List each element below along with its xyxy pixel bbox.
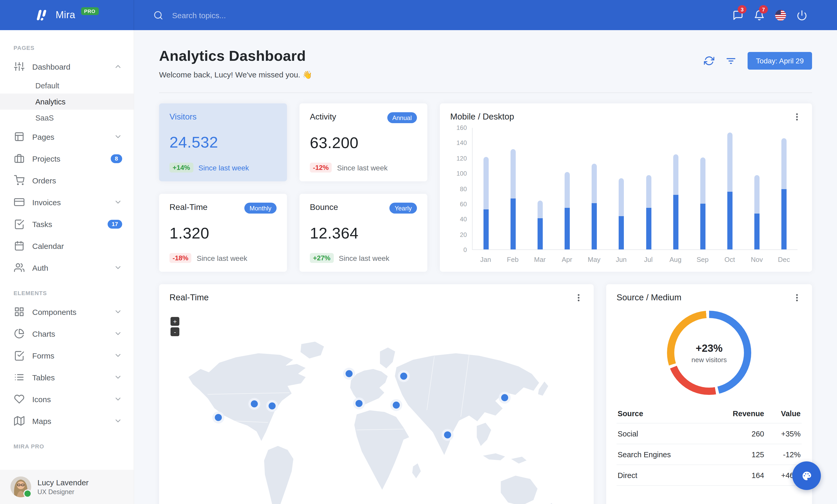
sidebar-item-tasks[interactable]: Tasks17 <box>0 213 133 235</box>
map-marker <box>215 414 222 421</box>
search-icon <box>152 9 164 21</box>
map-marker <box>356 400 362 407</box>
pro-badge: PRO <box>81 7 99 15</box>
app-root: Mira PRO 3 7 <box>0 0 837 504</box>
sliders-icon <box>14 61 24 72</box>
chart-menu-button[interactable] <box>792 112 802 121</box>
desktop-segment <box>537 201 543 218</box>
desktop-segment <box>592 164 597 203</box>
y-tick-label: 140 <box>457 139 467 147</box>
logout-button[interactable] <box>796 9 808 21</box>
sidebar-item-label: Icons <box>32 395 106 404</box>
sidebar-user-card[interactable]: Lucy Lavender UX Designer <box>0 470 133 504</box>
world-map-svg <box>170 304 583 504</box>
sidebar-item-components[interactable]: Components <box>0 301 133 323</box>
brand-name: Mira <box>56 10 75 21</box>
chevron-up-icon <box>114 62 122 71</box>
x-tick-label: May <box>581 256 607 263</box>
stacked-bar-chart: 020406080100120140160 JanFebMarAprMayJun… <box>450 127 802 263</box>
sidebar-subitem-analytics[interactable]: Analytics <box>0 94 133 110</box>
bar-nov <box>744 128 770 249</box>
donut-center-label: new visitors <box>691 356 727 363</box>
sidebar-item-auth[interactable]: Auth <box>0 257 133 279</box>
x-tick-label: Dec <box>770 256 798 263</box>
sidebar-item-tables[interactable]: Tables <box>0 366 133 388</box>
stat-delta-badge: +14% <box>170 163 193 172</box>
theme-settings-fab[interactable] <box>792 461 821 490</box>
mobile-segment <box>646 208 651 249</box>
pie-chart-icon <box>14 329 24 339</box>
sidebar-item-icons[interactable]: Icons <box>0 388 133 410</box>
sidebar: PAGESDashboardDefaultAnalyticsSaaSPagesP… <box>0 30 134 504</box>
more-vertical-icon <box>574 293 583 302</box>
sidebar-item-pages[interactable]: Pages <box>0 126 133 148</box>
us-flag-icon <box>775 10 786 20</box>
sidebar-subitem-saas[interactable]: SaaS <box>0 110 133 126</box>
map-card-title: Real-Time <box>170 293 209 302</box>
brand[interactable]: Mira PRO <box>0 0 134 30</box>
search-input[interactable] <box>171 10 329 20</box>
sidebar-count-badge: 8 <box>111 154 122 163</box>
sidebar-item-label: Forms <box>32 351 106 360</box>
map-icon <box>14 416 24 426</box>
x-tick-label: Apr <box>553 256 581 263</box>
list-icon <box>14 372 24 382</box>
refresh-button[interactable] <box>704 56 714 66</box>
x-tick-label: Sep <box>689 256 716 263</box>
zoom-out-button[interactable]: - <box>171 327 179 336</box>
mobile-segment <box>700 204 705 250</box>
sidebar-item-label: Orders <box>32 176 122 185</box>
messages-button[interactable]: 3 <box>731 9 744 21</box>
briefcase-icon <box>14 153 24 164</box>
check-square-icon <box>14 219 24 229</box>
map-marker <box>501 394 508 401</box>
notifications-button[interactable]: 7 <box>753 9 765 21</box>
source-table-body: Social260+35%Search Engines125-12%Direct… <box>617 423 802 486</box>
sidebar-item-invoices[interactable]: Invoices <box>0 191 133 213</box>
sidebar-item-label: Charts <box>32 329 106 338</box>
x-tick-label: Jun <box>608 256 635 263</box>
desktop-segment <box>781 138 787 189</box>
refresh-icon <box>704 56 714 66</box>
grid-icon <box>14 306 24 317</box>
x-tick-label: Nov <box>743 256 770 263</box>
table-row-social: Social260+35% <box>617 423 802 444</box>
date-range-button[interactable]: Today: April 29 <box>748 52 812 70</box>
desktop-segment <box>673 154 678 194</box>
sidebar-item-label: Pages <box>32 132 106 141</box>
filter-button[interactable] <box>726 56 736 66</box>
x-tick-label: Feb <box>499 256 526 263</box>
donut-center: +23% new visitors <box>674 318 744 388</box>
stat-delta-badge: -12% <box>310 163 332 172</box>
sidebar-item-forms[interactable]: Forms <box>0 344 133 366</box>
sidebar-item-calendar[interactable]: Calendar <box>0 235 133 257</box>
sidebar-subitem-default[interactable]: Default <box>0 77 133 94</box>
y-tick-label: 20 <box>460 231 467 238</box>
stat-card-visitors: Visitors24.532+14%Since last week <box>159 104 287 181</box>
filter-icon <box>726 56 736 66</box>
chart-card-title: Mobile / Desktop <box>450 112 514 122</box>
sidebar-item-label: Calendar <box>32 241 122 250</box>
mira-logo-icon <box>36 8 50 22</box>
sidebar-item-maps[interactable]: Maps <box>0 410 133 432</box>
sidebar-item-label: Components <box>32 307 106 316</box>
stat-note: Since last week <box>198 163 249 172</box>
power-icon <box>796 10 807 20</box>
user-name: Lucy Lavender <box>37 478 89 487</box>
sidebar-item-dashboard[interactable]: Dashboard <box>0 56 133 77</box>
map-marker <box>400 373 407 379</box>
table-header-revenue: Revenue <box>709 404 765 423</box>
realtime-map-card: Real-Time <box>159 284 594 504</box>
y-tick-label: 40 <box>460 216 467 223</box>
source-menu-button[interactable] <box>792 293 802 302</box>
zoom-in-button[interactable]: + <box>171 317 179 326</box>
chevron-down-icon <box>114 263 122 272</box>
mobile-segment <box>619 216 624 249</box>
sidebar-item-charts[interactable]: Charts <box>0 323 133 344</box>
map-menu-button[interactable] <box>574 293 583 302</box>
sidebar-item-projects[interactable]: Projects8 <box>0 148 133 169</box>
more-vertical-icon <box>792 112 802 121</box>
language-button[interactable] <box>774 9 787 21</box>
map-marker <box>268 403 275 409</box>
sidebar-item-orders[interactable]: Orders <box>0 169 133 191</box>
